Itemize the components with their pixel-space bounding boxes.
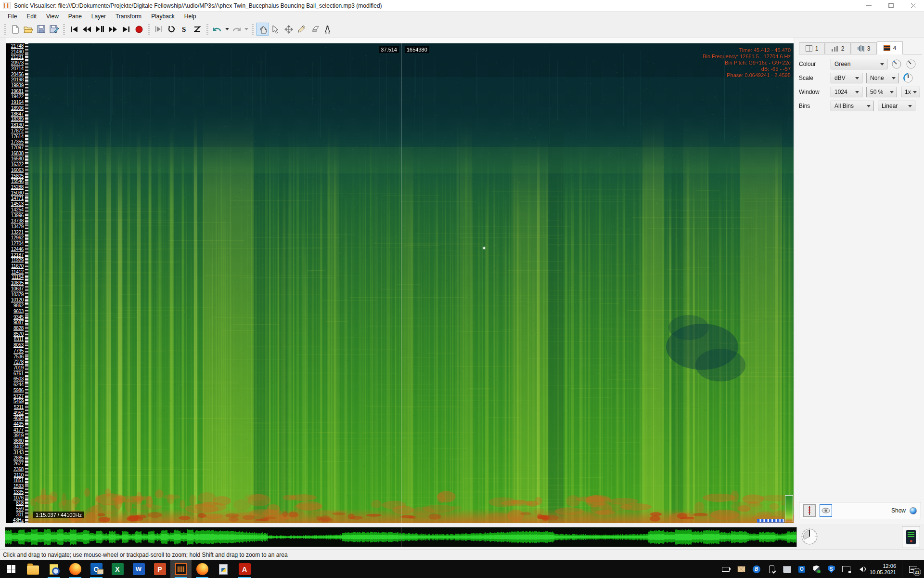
pane-tab[interactable]: 2	[825, 42, 851, 54]
tab-label: 2	[841, 45, 845, 52]
defender-icon[interactable]	[812, 565, 821, 573]
select-tool-button[interactable]	[269, 23, 282, 36]
save-session-button[interactable]	[35, 23, 48, 36]
notification-center-button[interactable]: 21	[902, 560, 924, 578]
rewind-button[interactable]	[80, 23, 93, 36]
gain-knob[interactable]	[906, 59, 916, 69]
display-icon[interactable]	[783, 565, 791, 573]
measure-tool-button[interactable]	[321, 23, 334, 36]
rewind-start-button[interactable]	[67, 23, 80, 36]
align-toggle-button[interactable]	[191, 23, 204, 36]
solo-pane-button[interactable]: S	[178, 23, 191, 36]
loop-playback-button[interactable]	[165, 23, 178, 36]
word-icon[interactable]	[128, 560, 149, 578]
minimize-button[interactable]	[858, 0, 880, 11]
current-layer-button[interactable]	[803, 504, 816, 517]
zoom-wheel-indicator[interactable]	[757, 519, 784, 523]
colour-select[interactable]: Green	[831, 59, 887, 69]
menu-item[interactable]: Playback	[146, 12, 180, 21]
close-button[interactable]	[902, 0, 924, 11]
pane-tab[interactable]: 1	[799, 42, 825, 54]
oversampling-select[interactable]: 1x	[901, 87, 920, 97]
colour-rotation-knob[interactable]	[891, 59, 902, 69]
play-selection-button[interactable]	[152, 23, 165, 36]
frequency-tick-label: 10895	[6, 280, 25, 286]
smartscreen-icon[interactable]	[828, 565, 835, 573]
mail-icon[interactable]	[737, 565, 745, 573]
fast-forward-end-button[interactable]	[119, 23, 132, 36]
bin-scale-select[interactable]: Linear	[878, 101, 915, 111]
taskbar-clock[interactable]: 12:06 10.05.2021	[870, 563, 896, 576]
visibility-toggle-button[interactable]	[820, 504, 832, 517]
redo-button[interactable]	[230, 23, 243, 36]
chevron-down-icon	[855, 77, 859, 79]
frequency-axis[interactable]: 2174821490212312097320714204562019819939…	[6, 43, 25, 523]
record-button[interactable]	[132, 23, 145, 36]
frequency-tick-label: 9345	[6, 315, 25, 320]
overview-waveform[interactable]	[5, 527, 797, 547]
menu-item[interactable]: Layer	[87, 12, 111, 21]
acrobat-icon[interactable]	[234, 560, 255, 578]
undo-button[interactable]	[211, 23, 224, 36]
file-explorer-icon[interactable]	[22, 560, 43, 578]
window-size-select[interactable]: 1024	[831, 87, 862, 97]
export-session-button[interactable]	[48, 23, 61, 36]
frequency-tick-label: 2368	[6, 467, 25, 473]
cursor-info-overlay: Time: 45.412 - 45.470 Bin Frequency: 126…	[703, 47, 791, 79]
menu-item[interactable]: Transform	[111, 12, 146, 21]
normalization-select[interactable]: None	[866, 73, 899, 83]
play-pause-button[interactable]	[93, 23, 106, 36]
sonic-visualiser-window: Sonic Visualiser: file:///D:/Dokumente/P…	[0, 0, 924, 578]
edit-tool-button[interactable]	[282, 23, 295, 36]
toolbar-grip	[4, 24, 6, 35]
new-session-button[interactable]	[9, 23, 22, 36]
toolbar-grip	[252, 24, 254, 35]
window-overlap-select[interactable]: 50 %	[866, 87, 897, 97]
menu-item[interactable]: File	[3, 12, 22, 21]
bluetooth-icon[interactable]	[753, 565, 760, 573]
erase-tool-button[interactable]	[308, 23, 321, 36]
network-icon[interactable]	[842, 565, 850, 573]
powerpoint-icon[interactable]	[149, 560, 170, 578]
menu-item[interactable]: View	[41, 12, 64, 21]
frequency-tick-label: 12187	[6, 252, 25, 258]
bins-select[interactable]: All Bins	[831, 101, 874, 111]
outlook-icon[interactable]	[86, 560, 107, 578]
firefox-icon[interactable]	[64, 560, 86, 578]
outlook-tray-icon[interactable]	[798, 566, 805, 573]
menu-item[interactable]: Pane	[64, 12, 87, 21]
start-button[interactable]	[0, 560, 22, 578]
window-title: Sonic Visualiser: file:///D:/Dokumente/P…	[14, 2, 382, 9]
undo-menu-arrow[interactable]	[224, 23, 230, 36]
document-search-icon[interactable]	[43, 560, 64, 578]
navigate-tool-button[interactable]	[256, 23, 269, 36]
playback-speed-knob[interactable]	[800, 527, 819, 546]
usb-icon[interactable]	[768, 565, 776, 573]
sonic-visualiser-icon[interactable]	[170, 560, 192, 578]
menu-item[interactable]: Help	[180, 12, 201, 21]
redo-menu-arrow[interactable]	[243, 23, 249, 36]
threshold-knob[interactable]	[903, 73, 913, 83]
pane-top-strip	[6, 38, 794, 43]
draw-tool-button[interactable]	[295, 23, 308, 36]
scale-select[interactable]: dBV	[831, 73, 862, 83]
level-meter-widget[interactable]	[902, 526, 920, 548]
volume-icon[interactable]	[858, 565, 866, 573]
python-file-icon[interactable]	[213, 560, 234, 578]
open-file-button[interactable]	[22, 23, 35, 36]
frequency-tick-label: 9603	[6, 309, 25, 315]
maximize-button[interactable]	[880, 0, 902, 11]
overview-waveform-canvas[interactable]	[5, 527, 796, 547]
firefox-2-icon[interactable]	[192, 560, 213, 578]
fast-forward-button[interactable]	[106, 23, 119, 36]
vertical-zoom-preview[interactable]	[785, 495, 793, 522]
spectrogram-pane[interactable]: 37.514 1654380 Time: 45.412 - 45.470 Bin…	[28, 43, 794, 523]
spectrogram-canvas[interactable]	[28, 43, 794, 523]
menu-item[interactable]: Edit	[22, 12, 41, 21]
pane-tab[interactable]: 3	[851, 42, 877, 54]
excel-icon[interactable]	[107, 560, 128, 578]
pane-tab[interactable]: 4	[877, 41, 903, 54]
show-toggle-led[interactable]	[910, 507, 917, 514]
battery-icon[interactable]	[722, 565, 730, 573]
frequency-tick-label: 7795	[6, 348, 25, 354]
